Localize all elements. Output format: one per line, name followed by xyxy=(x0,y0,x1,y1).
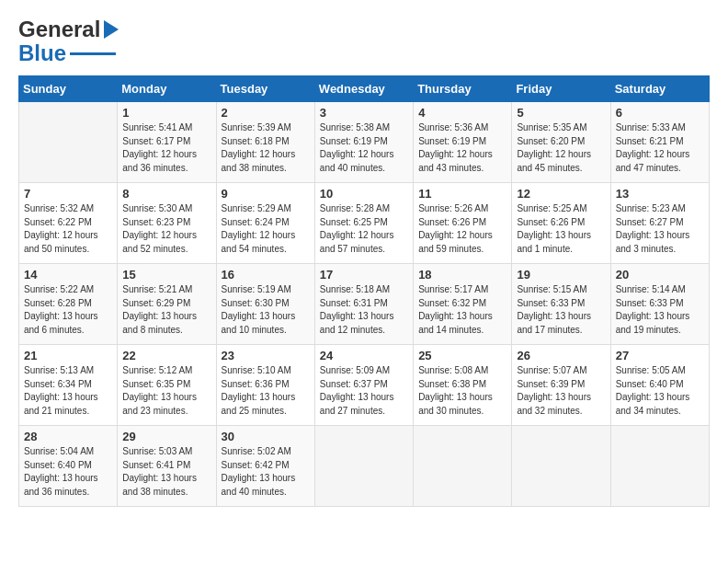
calendar-cell: 6Sunrise: 5:33 AM Sunset: 6:21 PM Daylig… xyxy=(610,102,709,183)
day-number: 3 xyxy=(320,106,408,120)
cell-content: Sunrise: 5:05 AM Sunset: 6:40 PM Dayligh… xyxy=(616,364,704,418)
day-number: 28 xyxy=(24,430,112,443)
day-number: 20 xyxy=(616,268,704,282)
cell-content: Sunrise: 5:14 AM Sunset: 6:33 PM Dayligh… xyxy=(616,283,704,337)
day-number: 9 xyxy=(222,187,310,201)
day-number: 15 xyxy=(122,268,210,282)
header-row: SundayMondayTuesdayWednesdayThursdayFrid… xyxy=(19,76,710,102)
calendar-cell: 21Sunrise: 5:13 AM Sunset: 6:34 PM Dayli… xyxy=(19,345,118,426)
calendar-cell: 3Sunrise: 5:38 AM Sunset: 6:19 PM Daylig… xyxy=(314,102,413,183)
week-row-5: 28Sunrise: 5:04 AM Sunset: 6:40 PM Dayli… xyxy=(19,426,710,507)
calendar-cell: 24Sunrise: 5:09 AM Sunset: 6:37 PM Dayli… xyxy=(314,345,413,426)
day-number: 4 xyxy=(418,106,506,120)
cell-content: Sunrise: 5:12 AM Sunset: 6:35 PM Dayligh… xyxy=(122,364,210,418)
cell-content: Sunrise: 5:07 AM Sunset: 6:39 PM Dayligh… xyxy=(517,364,605,418)
cell-content: Sunrise: 5:17 AM Sunset: 6:32 PM Dayligh… xyxy=(418,283,506,337)
calendar-table: SundayMondayTuesdayWednesdayThursdayFrid… xyxy=(18,75,710,507)
calendar-cell: 26Sunrise: 5:07 AM Sunset: 6:39 PM Dayli… xyxy=(512,345,610,426)
calendar-cell xyxy=(414,426,512,507)
day-number: 17 xyxy=(320,268,408,282)
calendar-cell: 5Sunrise: 5:35 AM Sunset: 6:20 PM Daylig… xyxy=(512,102,610,183)
day-number: 26 xyxy=(517,349,605,362)
day-number: 19 xyxy=(517,268,605,282)
day-number: 8 xyxy=(122,187,210,201)
logo: General Blue xyxy=(18,18,120,66)
day-number: 24 xyxy=(320,349,408,362)
header-day-thursday: Thursday xyxy=(414,76,512,102)
cell-content: Sunrise: 5:21 AM Sunset: 6:29 PM Dayligh… xyxy=(122,283,210,337)
calendar-cell: 7Sunrise: 5:32 AM Sunset: 6:22 PM Daylig… xyxy=(19,183,118,264)
calendar-cell: 28Sunrise: 5:04 AM Sunset: 6:40 PM Dayli… xyxy=(19,426,118,507)
cell-content: Sunrise: 5:02 AM Sunset: 6:42 PM Dayligh… xyxy=(222,445,310,499)
header-day-wednesday: Wednesday xyxy=(314,76,413,102)
day-number: 22 xyxy=(122,349,210,362)
calendar-cell: 18Sunrise: 5:17 AM Sunset: 6:32 PM Dayli… xyxy=(414,264,512,345)
week-row-1: 1Sunrise: 5:41 AM Sunset: 6:17 PM Daylig… xyxy=(19,102,710,183)
calendar-cell: 16Sunrise: 5:19 AM Sunset: 6:30 PM Dayli… xyxy=(216,264,314,345)
cell-content: Sunrise: 5:08 AM Sunset: 6:38 PM Dayligh… xyxy=(418,364,506,418)
day-number: 30 xyxy=(222,430,310,443)
calendar-cell: 17Sunrise: 5:18 AM Sunset: 6:31 PM Dayli… xyxy=(314,264,413,345)
cell-content: Sunrise: 5:19 AM Sunset: 6:30 PM Dayligh… xyxy=(222,283,310,337)
day-number: 27 xyxy=(616,349,704,362)
day-number: 11 xyxy=(418,187,506,201)
calendar-cell: 25Sunrise: 5:08 AM Sunset: 6:38 PM Dayli… xyxy=(414,345,512,426)
day-number: 23 xyxy=(222,349,310,362)
day-number: 1 xyxy=(122,106,210,120)
day-number: 2 xyxy=(222,106,310,120)
cell-content: Sunrise: 5:41 AM Sunset: 6:17 PM Dayligh… xyxy=(122,121,210,175)
cell-content: Sunrise: 5:35 AM Sunset: 6:20 PM Dayligh… xyxy=(517,121,605,175)
header-day-friday: Friday xyxy=(512,76,610,102)
calendar-cell: 10Sunrise: 5:28 AM Sunset: 6:25 PM Dayli… xyxy=(314,183,413,264)
cell-content: Sunrise: 5:29 AM Sunset: 6:24 PM Dayligh… xyxy=(222,202,310,256)
cell-content: Sunrise: 5:38 AM Sunset: 6:19 PM Dayligh… xyxy=(320,121,408,175)
svg-marker-0 xyxy=(104,20,119,39)
header-day-sunday: Sunday xyxy=(19,76,118,102)
cell-content: Sunrise: 5:13 AM Sunset: 6:34 PM Dayligh… xyxy=(24,364,112,418)
calendar-cell xyxy=(19,102,118,183)
calendar-cell: 2Sunrise: 5:39 AM Sunset: 6:18 PM Daylig… xyxy=(216,102,314,183)
cell-content: Sunrise: 5:33 AM Sunset: 6:21 PM Dayligh… xyxy=(616,121,704,175)
page-header: General Blue xyxy=(18,18,710,66)
calendar-cell: 14Sunrise: 5:22 AM Sunset: 6:28 PM Dayli… xyxy=(19,264,118,345)
header-day-monday: Monday xyxy=(118,76,216,102)
calendar-cell xyxy=(314,426,413,507)
calendar-cell xyxy=(512,426,610,507)
cell-content: Sunrise: 5:03 AM Sunset: 6:41 PM Dayligh… xyxy=(122,445,210,499)
week-row-4: 21Sunrise: 5:13 AM Sunset: 6:34 PM Dayli… xyxy=(19,345,710,426)
cell-content: Sunrise: 5:26 AM Sunset: 6:26 PM Dayligh… xyxy=(418,202,506,256)
day-number: 18 xyxy=(418,268,506,282)
day-number: 7 xyxy=(24,187,112,201)
day-number: 21 xyxy=(24,349,112,362)
day-number: 16 xyxy=(222,268,310,282)
cell-content: Sunrise: 5:30 AM Sunset: 6:23 PM Dayligh… xyxy=(122,202,210,256)
calendar-cell: 4Sunrise: 5:36 AM Sunset: 6:19 PM Daylig… xyxy=(414,102,512,183)
calendar-cell: 29Sunrise: 5:03 AM Sunset: 6:41 PM Dayli… xyxy=(118,426,216,507)
cell-content: Sunrise: 5:23 AM Sunset: 6:27 PM Dayligh… xyxy=(616,202,704,256)
calendar-cell: 23Sunrise: 5:10 AM Sunset: 6:36 PM Dayli… xyxy=(216,345,314,426)
week-row-2: 7Sunrise: 5:32 AM Sunset: 6:22 PM Daylig… xyxy=(19,183,710,264)
cell-content: Sunrise: 5:09 AM Sunset: 6:37 PM Dayligh… xyxy=(320,364,408,418)
calendar-cell: 15Sunrise: 5:21 AM Sunset: 6:29 PM Dayli… xyxy=(118,264,216,345)
day-number: 6 xyxy=(616,106,704,120)
day-number: 14 xyxy=(24,268,112,282)
cell-content: Sunrise: 5:39 AM Sunset: 6:18 PM Dayligh… xyxy=(222,121,310,175)
cell-content: Sunrise: 5:25 AM Sunset: 6:26 PM Dayligh… xyxy=(517,202,605,256)
calendar-cell: 9Sunrise: 5:29 AM Sunset: 6:24 PM Daylig… xyxy=(216,183,314,264)
cell-content: Sunrise: 5:28 AM Sunset: 6:25 PM Dayligh… xyxy=(320,202,408,256)
day-number: 12 xyxy=(517,187,605,201)
day-number: 13 xyxy=(616,187,704,201)
calendar-cell xyxy=(610,426,709,507)
calendar-cell: 19Sunrise: 5:15 AM Sunset: 6:33 PM Dayli… xyxy=(512,264,610,345)
calendar-cell: 1Sunrise: 5:41 AM Sunset: 6:17 PM Daylig… xyxy=(118,102,216,183)
calendar-cell: 12Sunrise: 5:25 AM Sunset: 6:26 PM Dayli… xyxy=(512,183,610,264)
calendar-cell: 30Sunrise: 5:02 AM Sunset: 6:42 PM Dayli… xyxy=(216,426,314,507)
day-number: 25 xyxy=(418,349,506,362)
cell-content: Sunrise: 5:18 AM Sunset: 6:31 PM Dayligh… xyxy=(320,283,408,337)
calendar-cell: 20Sunrise: 5:14 AM Sunset: 6:33 PM Dayli… xyxy=(610,264,709,345)
calendar-cell: 8Sunrise: 5:30 AM Sunset: 6:23 PM Daylig… xyxy=(118,183,216,264)
calendar-cell: 13Sunrise: 5:23 AM Sunset: 6:27 PM Dayli… xyxy=(610,183,709,264)
cell-content: Sunrise: 5:04 AM Sunset: 6:40 PM Dayligh… xyxy=(24,445,112,499)
header-day-saturday: Saturday xyxy=(610,76,709,102)
day-number: 10 xyxy=(320,187,408,201)
